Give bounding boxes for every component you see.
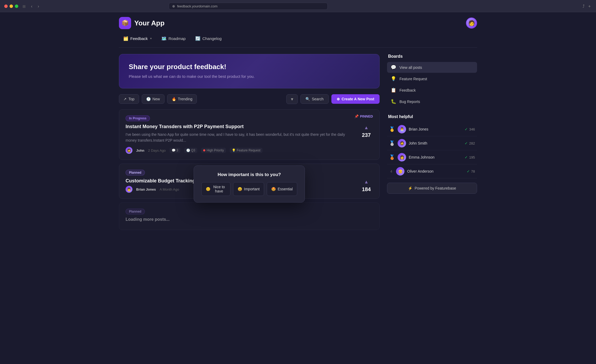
security-icon: ⊕ bbox=[172, 4, 175, 8]
new-tab-button[interactable]: + bbox=[587, 3, 592, 9]
important-button[interactable]: 😄 Important bbox=[233, 182, 264, 196]
nav-item-feedback[interactable]: 🗂️ Feedback ▾ bbox=[119, 34, 156, 43]
nav-item-roadmap[interactable]: 🗺️ Roadmap bbox=[157, 34, 190, 43]
helpful-user-name-1[interactable]: Brian Jones bbox=[409, 127, 462, 131]
create-icon: ⊕ bbox=[337, 97, 340, 101]
upvote-button[interactable]: ▲ bbox=[363, 178, 370, 186]
helpful-user-name-3[interactable]: Emma Johnson bbox=[409, 155, 462, 159]
priority-tag: High Priority bbox=[201, 148, 226, 153]
author-avatar: 🧔 bbox=[126, 147, 132, 154]
nice-to-have-label: Nice to have bbox=[212, 185, 226, 193]
logo-icon: 📦 bbox=[119, 17, 131, 29]
close-window-button[interactable] bbox=[4, 5, 8, 8]
app-container: 📦 Your App 🧑 🗂️ Feedback ▾ 🗺️ Roadmap 🔄 … bbox=[113, 12, 483, 240]
powered-by-button[interactable]: ⚡ Powered by Featurebase bbox=[387, 183, 477, 194]
search-button[interactable]: 🔍 Search bbox=[300, 94, 328, 104]
helpful-score-4: ✓ 78 bbox=[467, 169, 475, 173]
traffic-lights bbox=[4, 5, 18, 8]
bronze-medal-icon: 🥉 bbox=[389, 154, 395, 160]
user-avatar-2: 🧔 bbox=[398, 139, 406, 147]
app-header: 📦 Your App 🧑 bbox=[119, 12, 477, 32]
powered-by-label: Powered by Featurebase bbox=[415, 186, 456, 190]
share-button[interactable]: ⤴ bbox=[581, 3, 586, 9]
pin-icon: 📌 bbox=[354, 114, 359, 118]
vote-section: ▲ 237 bbox=[360, 124, 373, 138]
top-tab-button[interactable]: ↗ Top bbox=[119, 94, 139, 104]
user-avatar[interactable]: 🧑 bbox=[466, 17, 477, 29]
board-item-bug-reports[interactable]: 🐛 Bug Reports bbox=[387, 96, 477, 107]
sidebar-toggle-button[interactable]: ⊞ bbox=[21, 4, 27, 9]
score-value-4: 78 bbox=[471, 169, 475, 173]
url-display: feedback.yourdomain.com bbox=[177, 4, 217, 8]
board-item-feedback[interactable]: 📋 Feedback bbox=[387, 85, 477, 96]
essential-label: Essential bbox=[278, 187, 293, 191]
category-tag: 💡 Feature Request bbox=[230, 148, 263, 153]
importance-popup: How important is this to you? 😊 Nice to … bbox=[194, 165, 305, 203]
search-icon: 🔍 bbox=[305, 97, 310, 101]
helpful-user-name-2[interactable]: John Smith bbox=[409, 141, 462, 145]
helpful-section: Most helpful 🥇 👨‍💼 Brian Jones ✓ 346 🥈 🧔… bbox=[387, 114, 477, 194]
nav-item-changelog[interactable]: 🔄 Changelog bbox=[191, 34, 226, 43]
address-bar[interactable]: ⊕ feedback.yourdomain.com bbox=[169, 3, 328, 10]
boards-title: Boards bbox=[387, 54, 477, 59]
minimize-window-button[interactable] bbox=[10, 5, 13, 8]
browser-actions: ⤴ + bbox=[581, 3, 592, 9]
forward-button[interactable]: › bbox=[37, 3, 40, 9]
feature-request-label: Feature Request bbox=[399, 77, 427, 81]
create-post-button[interactable]: ⊕ Create A New Post bbox=[331, 94, 380, 104]
logo-emoji: 📦 bbox=[122, 20, 129, 26]
check-icon: ✓ bbox=[465, 155, 468, 159]
score-value-1: 346 bbox=[469, 127, 475, 131]
new-icon: 🕐 bbox=[146, 97, 151, 101]
app-title: Your App bbox=[134, 19, 164, 27]
helpful-user-name-4[interactable]: Oliver Anderson bbox=[407, 169, 464, 173]
post-card-wrapper: Planned Customizable Budget Tracking for… bbox=[119, 164, 380, 203]
board-item-feature-request[interactable]: 💡 Feature Request bbox=[387, 73, 477, 84]
main-layout: Share your product feedback! Please tell… bbox=[119, 48, 477, 240]
trending-tab-button[interactable]: 🔥 Trending bbox=[167, 94, 197, 104]
user-avatar-3: 👩 bbox=[398, 153, 406, 161]
helpful-user-2: 🥈 🧔 John Smith ✓ 282 bbox=[387, 136, 477, 150]
trending-label: Trending bbox=[178, 97, 193, 101]
top-icon: ↗ bbox=[123, 97, 127, 101]
check-icon: ✓ bbox=[465, 127, 468, 131]
roadmap-nav-icon: 🗺️ bbox=[161, 36, 167, 41]
helpful-user-1: 🥇 👨‍💼 Brian Jones ✓ 346 bbox=[387, 122, 477, 136]
hero-banner: Share your product feedback! Please tell… bbox=[119, 54, 380, 88]
bug-reports-icon: 🐛 bbox=[391, 99, 396, 104]
pinned-label: PINNED bbox=[360, 114, 373, 118]
importance-options: 😊 Nice to have 😄 Important 🤩 Essential bbox=[201, 182, 297, 196]
post-title[interactable]: Instant Money Transders with P2P Payment… bbox=[126, 124, 355, 129]
upvote-button[interactable]: ▲ bbox=[363, 124, 370, 132]
new-tab-button[interactable]: 🕐 New bbox=[142, 94, 164, 104]
status-badge: Planned bbox=[126, 170, 145, 176]
browser-chrome: ⊞ ‹ › ⊕ feedback.yourdomain.com ⤴ + bbox=[0, 0, 596, 12]
posts-container: 📌 PINNED In Progress Instant Money Trans… bbox=[119, 109, 380, 234]
sidebar: Boards 💬 View all posts 💡 Feature Reques… bbox=[387, 54, 477, 234]
maximize-window-button[interactable] bbox=[15, 5, 18, 8]
roadmap-nav-label: Roadmap bbox=[168, 36, 186, 41]
filter-button[interactable]: ▼ bbox=[286, 94, 298, 104]
action-bar: ↗ Top 🕐 New 🔥 Trending ▼ 🔍 Search bbox=[119, 94, 380, 104]
helpful-score-2: ✓ 282 bbox=[465, 141, 475, 145]
vote-count: 237 bbox=[362, 132, 371, 138]
boards-section: Boards 💬 View all posts 💡 Feature Reques… bbox=[387, 54, 477, 107]
nice-to-have-emoji: 😊 bbox=[206, 187, 210, 191]
author-avatar: 👨 bbox=[126, 186, 132, 193]
content-area: Share your product feedback! Please tell… bbox=[119, 54, 380, 234]
important-emoji: 😄 bbox=[238, 187, 242, 191]
board-item-view-all[interactable]: 💬 View all posts bbox=[387, 62, 477, 73]
vote-section: ▲ 184 bbox=[360, 178, 373, 192]
essential-button[interactable]: 🤩 Essential bbox=[267, 182, 297, 196]
bug-reports-label: Bug Reports bbox=[399, 100, 420, 104]
rank-4: 4 bbox=[389, 169, 393, 173]
post-header: Instant Money Transders with P2P Payment… bbox=[126, 124, 373, 154]
nice-to-have-button[interactable]: 😊 Nice to have bbox=[201, 182, 230, 196]
changelog-nav-icon: 🔄 bbox=[195, 36, 201, 41]
check-icon: ✓ bbox=[465, 141, 468, 145]
silver-medal-icon: 🥈 bbox=[389, 140, 395, 146]
back-button[interactable]: ‹ bbox=[30, 3, 33, 9]
view-all-label: View all posts bbox=[399, 65, 422, 70]
check-icon: ✓ bbox=[467, 169, 470, 173]
post-title[interactable]: Loading more posts... bbox=[126, 217, 373, 222]
